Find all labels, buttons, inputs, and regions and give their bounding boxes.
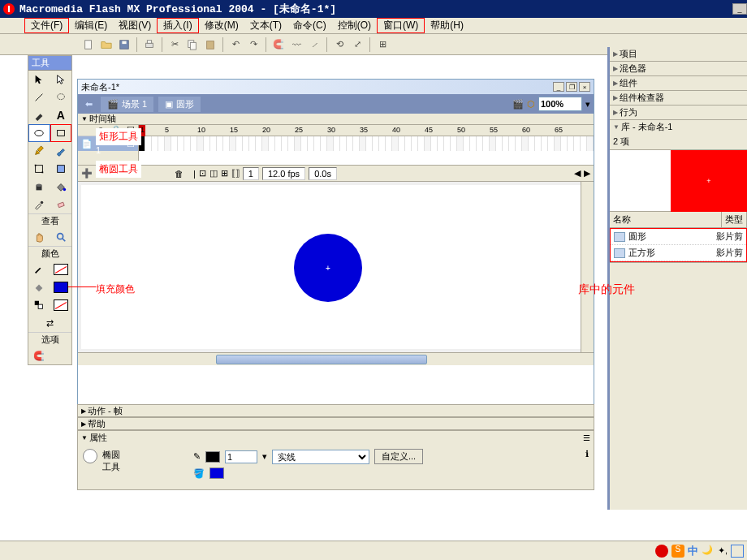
menu-edit[interactable]: 编辑(E) bbox=[69, 17, 113, 34]
delete-layer-icon[interactable]: 🗑 bbox=[175, 169, 184, 179]
info-icon[interactable]: ℹ bbox=[585, 449, 589, 459]
menu-control[interactable]: 控制(O) bbox=[332, 17, 377, 34]
brush-tool[interactable] bbox=[50, 142, 72, 160]
fill-transform-tool[interactable] bbox=[50, 160, 72, 178]
menu-view[interactable]: 视图(V) bbox=[113, 17, 157, 34]
project-panel[interactable]: 项目 bbox=[610, 47, 747, 61]
menu-file[interactable]: 文件(F) bbox=[25, 18, 68, 32]
line-tool[interactable] bbox=[28, 88, 50, 106]
zoom-dropdown-icon[interactable]: ▾ bbox=[585, 99, 590, 110]
tray-icon[interactable] bbox=[655, 545, 668, 558]
hand-tool[interactable] bbox=[28, 228, 50, 246]
edit-symbol-icon[interactable]: ⬡ bbox=[527, 99, 535, 110]
help-panel[interactable]: 帮助 bbox=[77, 417, 594, 430]
tray-ime[interactable]: 中 bbox=[688, 544, 698, 558]
timeline-ruler[interactable]: 15101520253035404550556065 bbox=[139, 125, 594, 136]
bw-colors[interactable] bbox=[28, 296, 50, 314]
stroke-swatch[interactable] bbox=[50, 261, 72, 278]
swap-colors[interactable]: ⇄ bbox=[28, 314, 71, 332]
onion-skin-icon[interactable]: ◫ bbox=[209, 168, 218, 179]
eraser-tool[interactable] bbox=[50, 196, 72, 213]
stroke-stepper-icon[interactable]: ▾ bbox=[262, 451, 267, 462]
library-item[interactable]: 圆形 影片剪 bbox=[611, 229, 746, 245]
layer-row[interactable]: 📄 图层 1 • • ☐ bbox=[78, 136, 138, 151]
snap-icon[interactable]: 🧲 bbox=[271, 37, 286, 52]
doc-restore[interactable]: ❐ bbox=[566, 82, 577, 92]
timeline-header[interactable]: 时间轴 bbox=[78, 114, 594, 125]
menu-insert[interactable]: 插入(I) bbox=[158, 18, 197, 32]
rotate-icon[interactable]: ⟲ bbox=[332, 37, 347, 52]
panel-menu-icon[interactable]: ☰ bbox=[579, 432, 594, 443]
align-icon[interactable]: ⊞ bbox=[375, 37, 390, 52]
library-item[interactable]: 正方形 影片剪 bbox=[611, 245, 746, 261]
paint-bucket-tool[interactable] bbox=[50, 178, 72, 196]
oval-tool[interactable] bbox=[28, 124, 50, 142]
fill-swatch[interactable] bbox=[50, 278, 72, 296]
smooth-icon[interactable]: 〰 bbox=[289, 37, 304, 52]
doc-close[interactable]: × bbox=[579, 82, 590, 92]
custom-button[interactable]: 自定义... bbox=[374, 449, 423, 464]
frames-panel[interactable]: 15101520253035404550556065 bbox=[139, 125, 594, 165]
edit-frames-icon[interactable]: ⟦⟧ bbox=[231, 168, 240, 179]
components-panel[interactable]: 组件 bbox=[610, 76, 747, 90]
tray-icon[interactable] bbox=[731, 545, 744, 558]
stroke-style-select[interactable]: 实线 bbox=[272, 450, 369, 464]
add-guide-icon[interactable]: 📁 bbox=[96, 168, 107, 179]
behaviors-panel[interactable]: 行为 bbox=[610, 106, 747, 119]
col-name[interactable]: 名称 bbox=[610, 212, 722, 227]
open-file-icon[interactable] bbox=[99, 37, 114, 52]
col-type[interactable]: 类型 bbox=[722, 212, 747, 227]
comp-inspector-panel[interactable]: 组件检查器 bbox=[610, 91, 747, 105]
free-transform-tool[interactable] bbox=[28, 160, 50, 178]
eyedropper-tool[interactable] bbox=[28, 196, 50, 213]
library-panel-header[interactable]: 库 - 未命名-1 bbox=[610, 120, 747, 134]
edit-scene-icon[interactable]: 🎬 bbox=[512, 99, 524, 110]
menu-commands[interactable]: 命令(C) bbox=[287, 17, 332, 34]
fill-color[interactable] bbox=[28, 278, 50, 296]
tray-icon[interactable]: 🌙 bbox=[702, 545, 715, 558]
save-icon[interactable] bbox=[117, 37, 132, 52]
add-folder-icon[interactable]: 🗀 bbox=[110, 169, 119, 179]
pencil-tool[interactable] bbox=[28, 142, 50, 160]
snap-option[interactable]: 🧲 bbox=[28, 347, 50, 364]
paste-icon[interactable] bbox=[203, 37, 218, 52]
stroke-color[interactable] bbox=[28, 261, 50, 278]
mixer-panel[interactable]: 混色器 bbox=[610, 62, 747, 75]
print-icon[interactable] bbox=[142, 37, 157, 52]
menu-window[interactable]: 窗口(W) bbox=[378, 18, 424, 32]
scroll-left-icon[interactable]: ◀ bbox=[574, 168, 581, 179]
stroke-color-swatch[interactable] bbox=[205, 451, 220, 463]
properties-header[interactable]: 属性 ☰ bbox=[78, 431, 594, 444]
subselection-tool[interactable] bbox=[50, 71, 72, 88]
undo-icon[interactable]: ↶ bbox=[228, 37, 243, 52]
fill-color-swatch[interactable] bbox=[209, 467, 224, 479]
no-color[interactable] bbox=[50, 296, 72, 314]
tray-icon[interactable]: ✦, bbox=[718, 545, 728, 556]
copy-icon[interactable] bbox=[185, 37, 200, 52]
center-frame-icon[interactable]: ⊡ bbox=[199, 168, 206, 179]
rectangle-tool[interactable] bbox=[50, 124, 72, 142]
nav-back-icon[interactable]: ⬅ bbox=[81, 97, 96, 110]
menu-modify[interactable]: 修改(M) bbox=[199, 17, 244, 34]
straighten-icon[interactable]: ⟋ bbox=[307, 37, 322, 52]
outline-icon[interactable]: ☐ bbox=[127, 125, 135, 136]
minimize-button[interactable]: _ bbox=[732, 3, 747, 15]
circle-shape[interactable] bbox=[294, 234, 362, 302]
scale-icon[interactable]: ⤢ bbox=[350, 37, 365, 52]
onion-outline-icon[interactable]: ⊞ bbox=[221, 168, 228, 179]
doc-minimize[interactable]: _ bbox=[553, 82, 564, 92]
lasso-tool[interactable] bbox=[50, 88, 72, 106]
zoom-input[interactable] bbox=[538, 97, 582, 111]
menu-text[interactable]: 文本(T) bbox=[244, 17, 287, 34]
tray-icon[interactable]: S bbox=[671, 545, 684, 558]
add-layer-icon[interactable]: ➕ bbox=[81, 168, 93, 179]
selection-tool[interactable] bbox=[28, 71, 50, 88]
actions-panel[interactable]: 动作 - 帧 bbox=[77, 404, 594, 417]
symbol-tab[interactable]: ▣ 圆形 bbox=[158, 97, 201, 112]
ink-bottle-tool[interactable] bbox=[28, 178, 50, 196]
frame-row[interactable] bbox=[139, 136, 594, 151]
redo-icon[interactable]: ↷ bbox=[246, 37, 261, 52]
scene-tab[interactable]: 🎬 场景 1 bbox=[101, 97, 153, 112]
stage[interactable] bbox=[81, 185, 581, 349]
vertical-scrollbar[interactable] bbox=[581, 182, 594, 352]
